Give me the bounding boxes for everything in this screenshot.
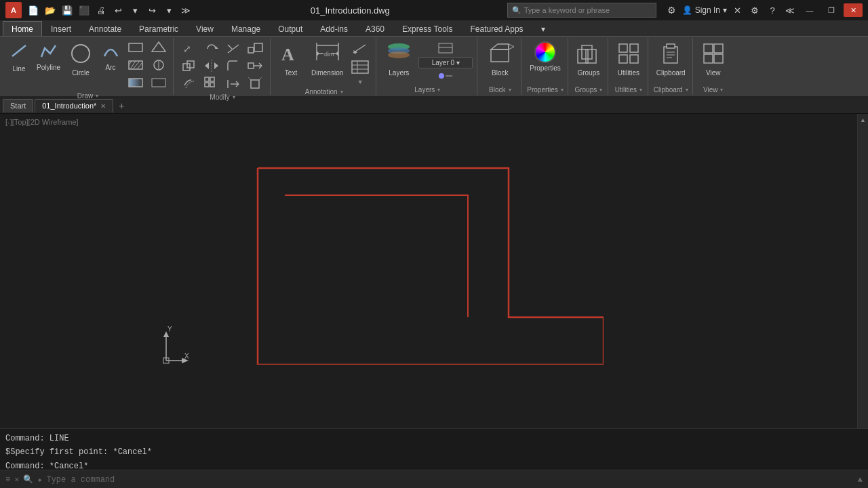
titlebar-right: 🔍 Type a keyword or phrase ⚙ 👤 Sign In ▾… bbox=[507, 3, 863, 18]
groups-group-label[interactable]: Groups ▾ bbox=[574, 85, 604, 95]
new-button[interactable]: 📄 bbox=[26, 3, 41, 17]
rectangle-button[interactable] bbox=[125, 39, 146, 56]
redo-dropdown[interactable]: ▾ bbox=[161, 3, 176, 17]
region-button[interactable] bbox=[149, 57, 169, 73]
modify-group-label[interactable]: Modify ▾ bbox=[179, 92, 266, 102]
clipboard-group-label[interactable]: Clipboard ▾ bbox=[654, 85, 688, 95]
tab-parametric[interactable]: Parametric bbox=[130, 21, 187, 36]
tab-insert[interactable]: Insert bbox=[42, 21, 80, 36]
modify-group: ⤢ Modify ▾ bbox=[175, 38, 271, 95]
layer-misc[interactable] bbox=[418, 68, 473, 83]
close-button[interactable]: ✕ bbox=[844, 3, 863, 17]
doc-tab-start[interactable]: Start bbox=[3, 99, 33, 113]
utilities-group-label[interactable]: Utilities ▾ bbox=[614, 85, 644, 95]
block-button[interactable]: Block bbox=[483, 39, 517, 79]
circle-button[interactable]: Circle bbox=[66, 39, 96, 79]
command-expand-icon[interactable]: ≡ bbox=[5, 475, 10, 485]
tab-addins[interactable]: Add-ins bbox=[311, 21, 357, 36]
save-as-button[interactable]: ⬛ bbox=[77, 3, 92, 17]
view-group: View View ▾ bbox=[694, 38, 732, 95]
copy-button[interactable] bbox=[179, 57, 201, 75]
expand-button[interactable]: ≪ bbox=[783, 3, 797, 17]
move-button[interactable]: ⤢ bbox=[179, 39, 201, 57]
redo-button[interactable]: ↪ bbox=[144, 3, 159, 17]
layer-properties[interactable] bbox=[418, 39, 473, 57]
help-icon[interactable]: ⚙ bbox=[665, 3, 679, 17]
tab-home[interactable]: Home bbox=[3, 21, 42, 36]
polyline-button[interactable]: Polyline bbox=[34, 39, 63, 73]
tab-view[interactable]: View bbox=[187, 21, 222, 36]
layers-button[interactable]: Layers bbox=[382, 39, 416, 79]
array-button[interactable] bbox=[201, 75, 222, 92]
info-icon[interactable]: ✕ bbox=[730, 3, 745, 17]
tab-featuredapps[interactable]: Featured Apps bbox=[462, 21, 532, 36]
tab-expresstools[interactable]: Express Tools bbox=[393, 21, 461, 36]
tab-manage[interactable]: Manage bbox=[222, 21, 269, 36]
annotation-group-label[interactable]: Annotation ▾ bbox=[276, 87, 372, 97]
boundary-button[interactable] bbox=[149, 39, 169, 56]
command-line-1: Command: LINE bbox=[5, 432, 863, 445]
properties-group-label[interactable]: Properties ▾ bbox=[527, 85, 564, 95]
gradient-button[interactable] bbox=[125, 75, 146, 91]
command-input-placeholder[interactable]: Type a command bbox=[46, 475, 115, 485]
signin-dropdown[interactable]: ▾ bbox=[723, 5, 727, 15]
minimize-button[interactable]: — bbox=[800, 3, 819, 17]
view-button[interactable]: View bbox=[698, 39, 728, 79]
extend-button[interactable] bbox=[222, 75, 244, 92]
circle-icon bbox=[68, 41, 93, 68]
wipeout-button[interactable] bbox=[149, 75, 169, 91]
save-button[interactable]: 💾 bbox=[60, 3, 75, 17]
arc-icon bbox=[101, 41, 120, 62]
restore-button[interactable]: ❐ bbox=[822, 3, 841, 17]
tab-annotate[interactable]: Annotate bbox=[80, 21, 130, 36]
modify-grid: ⤢ bbox=[179, 39, 266, 92]
text-button[interactable]: A Text bbox=[276, 39, 306, 79]
leader-button[interactable] bbox=[349, 39, 372, 57]
print-button[interactable]: 🖨 bbox=[94, 3, 108, 17]
fillet-button[interactable] bbox=[222, 57, 244, 75]
properties-button[interactable]: Properties bbox=[527, 39, 564, 74]
settings-icon[interactable]: ⚙ bbox=[747, 3, 762, 17]
undo-button[interactable]: ↩ bbox=[111, 3, 125, 17]
offset-button[interactable] bbox=[179, 75, 201, 92]
help-button[interactable]: ? bbox=[765, 3, 780, 17]
command-search-icon[interactable]: 🔍 bbox=[23, 474, 33, 485]
stretch-button[interactable] bbox=[244, 57, 266, 75]
open-button[interactable]: 📂 bbox=[43, 3, 58, 17]
tab-a360[interactable]: A360 bbox=[357, 21, 393, 36]
arc-button[interactable]: Arc bbox=[98, 39, 123, 73]
titlebar: A 📄 📂 💾 ⬛ 🖨 ↩ ▾ ↪ ▾ ≫ 01_Introduction.dw… bbox=[0, 0, 868, 20]
layer-dropdown1[interactable]: Layer 0 ▾ bbox=[418, 57, 473, 68]
command-input-bar[interactable]: ≡ ✕ 🔍 ⬥ Type a command ▲ bbox=[0, 470, 868, 488]
canvas-area[interactable]: [-][Top][2D Wireframe] ▲ ▼ Y bbox=[0, 114, 868, 454]
trim-button[interactable] bbox=[222, 39, 244, 57]
doc-tab-close[interactable]: ✕ bbox=[100, 102, 106, 110]
utilities-button[interactable]: Utilities bbox=[614, 39, 644, 79]
dimension-button[interactable]: dim Dimension bbox=[309, 39, 346, 79]
doc-tab-add[interactable]: + bbox=[115, 99, 128, 113]
nav-scroll-up[interactable]: ▲ bbox=[860, 117, 866, 123]
scale-button[interactable] bbox=[244, 39, 266, 57]
tab-overflow[interactable]: ▾ bbox=[532, 21, 554, 36]
table-button[interactable] bbox=[349, 58, 372, 76]
layers-group-label[interactable]: Layers ▾ bbox=[382, 85, 473, 95]
anno-dropdown[interactable]: ▼ bbox=[349, 77, 372, 87]
view-group-label[interactable]: View ▾ bbox=[698, 85, 728, 95]
undo-dropdown[interactable]: ▾ bbox=[127, 3, 142, 17]
customize-button[interactable]: ≫ bbox=[178, 3, 193, 17]
search-box[interactable]: 🔍 Type a keyword or phrase bbox=[507, 3, 656, 18]
block-group-label[interactable]: Block ▾ bbox=[483, 85, 517, 95]
doc-tab-intro[interactable]: 01_Introduction* ✕ bbox=[35, 99, 113, 113]
tab-output[interactable]: Output bbox=[269, 21, 311, 36]
explode-button[interactable] bbox=[244, 75, 266, 92]
clipboard-button[interactable]: Clipboard bbox=[654, 39, 688, 79]
command-input-scroll[interactable]: ▲ bbox=[858, 475, 863, 485]
command-close-icon[interactable]: ✕ bbox=[14, 474, 19, 485]
rotate-button[interactable] bbox=[201, 39, 222, 57]
groups-button[interactable]: Groups bbox=[574, 39, 604, 79]
utilities-label: Utilities bbox=[618, 69, 639, 77]
mirror-button[interactable] bbox=[201, 57, 222, 75]
line-button[interactable]: Line bbox=[7, 39, 31, 75]
hatch-button[interactable] bbox=[125, 57, 146, 73]
signin-button[interactable]: 👤 Sign In ▾ bbox=[682, 5, 727, 15]
